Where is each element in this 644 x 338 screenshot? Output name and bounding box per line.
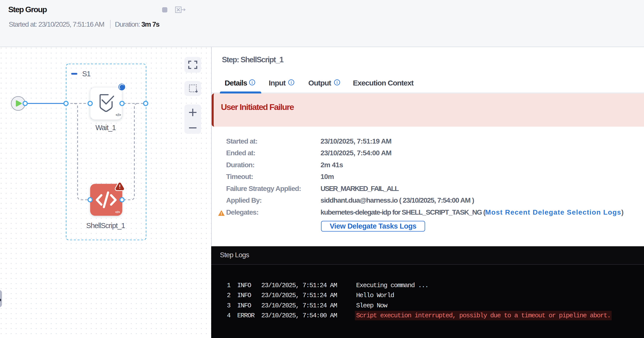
svg-text:ShellScript_1: ShellScript_1	[86, 222, 125, 230]
svg-text:Wait_1: Wait_1	[96, 124, 116, 132]
svg-text:</>: </>	[116, 113, 121, 117]
svg-text:S1: S1	[82, 70, 90, 78]
svg-text:</>: </>	[115, 210, 120, 214]
